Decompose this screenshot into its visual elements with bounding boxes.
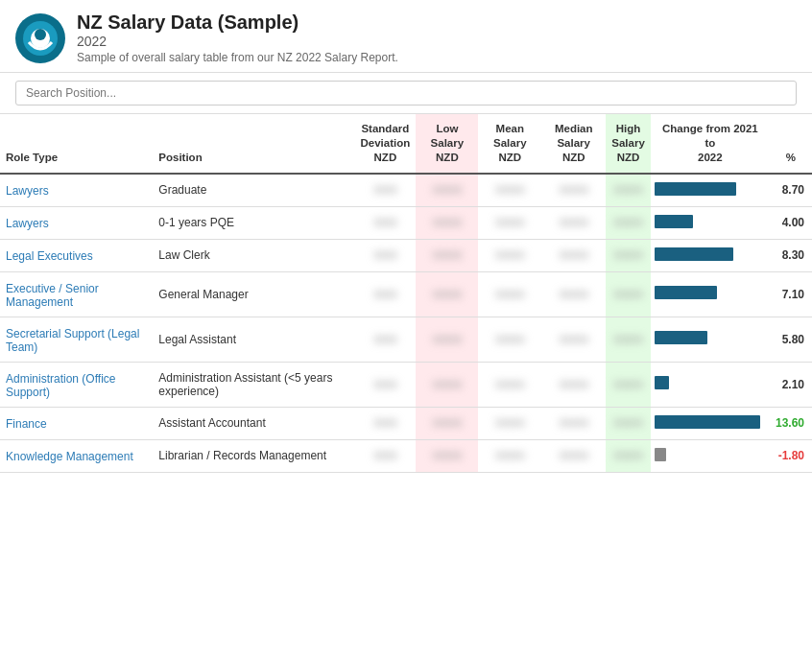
- cell-position: Graduate: [153, 174, 354, 207]
- cell-high-salary: 99999: [606, 174, 651, 207]
- search-bar-container: [0, 73, 812, 114]
- cell-pct: 2.10: [770, 362, 812, 407]
- cell-std-dev: 9999: [355, 206, 417, 239]
- page-header: NZ Salary Data (Sample) 2022 Sample of o…: [0, 0, 812, 73]
- change-bar-visual: [655, 286, 717, 299]
- cell-median-salary: 99999: [541, 362, 606, 407]
- cell-low-salary: 99999: [416, 317, 478, 362]
- table-row: Legal ExecutivesLaw Clerk999999999999999…: [0, 239, 812, 271]
- cell-std-dev: 9999: [355, 362, 417, 407]
- cell-mean-salary: 99999: [478, 317, 541, 362]
- col-header-pct: %: [770, 114, 812, 174]
- cell-low-salary: 99999: [416, 362, 478, 407]
- table-row: Secretarial Support (Legal Team)Legal As…: [0, 317, 812, 362]
- change-bar-visual: [655, 448, 666, 461]
- cell-mean-salary: 99999: [478, 362, 541, 407]
- cell-position: General Manager: [153, 271, 354, 317]
- cell-change-bar: [651, 407, 770, 439]
- cell-change-bar: [651, 362, 770, 407]
- cell-pct: 8.30: [770, 239, 812, 271]
- col-header-change: Change from 2021 to2022: [651, 114, 770, 174]
- cell-position: 0-1 years PQE: [153, 206, 354, 239]
- cell-pct: 13.60: [770, 407, 812, 439]
- search-input[interactable]: [15, 81, 797, 106]
- company-logo: [15, 13, 65, 63]
- cell-mean-salary: 99999: [478, 407, 541, 439]
- cell-mean-salary: 99999: [478, 206, 541, 239]
- cell-mean-salary: 99999: [478, 439, 541, 472]
- cell-pct: 5.80: [770, 317, 812, 362]
- cell-high-salary: 99999: [606, 407, 651, 439]
- change-bar-visual: [655, 247, 733, 261]
- cell-std-dev: 9999: [355, 439, 417, 472]
- cell-high-salary: 99999: [606, 239, 651, 271]
- cell-high-salary: 99999: [606, 362, 651, 407]
- cell-position: Law Clerk: [153, 239, 354, 271]
- cell-role-type: Administration (Office Support): [0, 362, 153, 407]
- cell-role-type: Knowledge Management: [0, 439, 153, 472]
- header-text: NZ Salary Data (Sample) 2022 Sample of o…: [77, 12, 398, 64]
- cell-median-salary: 99999: [541, 439, 606, 472]
- cell-low-salary: 99999: [416, 439, 478, 472]
- cell-pct: 7.10: [770, 271, 812, 317]
- col-header-mean-salary: MeanSalary NZD: [478, 114, 541, 174]
- cell-mean-salary: 99999: [478, 239, 541, 271]
- col-header-low-salary: Low SalaryNZD: [416, 114, 478, 174]
- cell-high-salary: 99999: [606, 317, 651, 362]
- cell-mean-salary: 99999: [478, 174, 541, 207]
- cell-position: Administration Assistant (<5 years exper…: [153, 362, 354, 407]
- cell-median-salary: 99999: [541, 271, 606, 317]
- table-row: Lawyers0-1 years PQE99999999999999999999…: [0, 206, 812, 239]
- change-bar-visual: [655, 182, 736, 196]
- table-row: FinanceAssistant Accountant9999999999999…: [0, 407, 812, 439]
- cell-std-dev: 9999: [355, 407, 417, 439]
- cell-position: Librarian / Records Management: [153, 439, 354, 472]
- col-header-role-type: Role Type: [0, 114, 153, 174]
- report-year: 2022: [77, 34, 398, 49]
- cell-high-salary: 99999: [606, 439, 651, 472]
- cell-median-salary: 99999: [541, 206, 606, 239]
- change-bar-visual: [655, 415, 760, 429]
- cell-low-salary: 99999: [416, 206, 478, 239]
- change-bar-visual: [655, 376, 669, 389]
- cell-high-salary: 99999: [606, 206, 651, 239]
- page-title: NZ Salary Data (Sample): [77, 12, 398, 34]
- cell-pct: 8.70: [770, 174, 812, 207]
- cell-mean-salary: 99999: [478, 271, 541, 317]
- cell-role-type: Secretarial Support (Legal Team): [0, 317, 153, 362]
- cell-change-bar: [651, 206, 770, 239]
- col-header-median-salary: MedianSalary NZD: [541, 114, 606, 174]
- cell-change-bar: [651, 271, 770, 317]
- cell-low-salary: 99999: [416, 407, 478, 439]
- change-bar-visual: [655, 215, 693, 228]
- cell-median-salary: 99999: [541, 174, 606, 207]
- cell-position: Assistant Accountant: [153, 407, 354, 439]
- cell-role-type: Executive / Senior Management: [0, 271, 153, 317]
- cell-change-bar: [651, 317, 770, 362]
- col-header-std-dev: StandardDeviationNZD: [355, 114, 417, 174]
- page-description: Sample of overall salary table from our …: [77, 51, 398, 64]
- change-bar-visual: [655, 331, 707, 344]
- cell-high-salary: 99999: [606, 271, 651, 317]
- cell-role-type: Lawyers: [0, 206, 153, 239]
- table-row: Knowledge ManagementLibrarian / Records …: [0, 439, 812, 472]
- cell-pct: 4.00: [770, 206, 812, 239]
- col-header-position: Position: [153, 114, 354, 174]
- salary-table: Role Type Position StandardDeviationNZD …: [0, 114, 812, 473]
- cell-low-salary: 99999: [416, 174, 478, 207]
- cell-median-salary: 99999: [541, 407, 606, 439]
- cell-change-bar: [651, 439, 770, 472]
- cell-change-bar: [651, 174, 770, 207]
- cell-pct: -1.80: [770, 439, 812, 472]
- cell-change-bar: [651, 239, 770, 271]
- cell-std-dev: 9999: [355, 174, 417, 207]
- table-row: Administration (Office Support)Administr…: [0, 362, 812, 407]
- cell-std-dev: 9999: [355, 317, 417, 362]
- cell-std-dev: 9999: [355, 271, 417, 317]
- cell-low-salary: 99999: [416, 271, 478, 317]
- table-row: LawyersGraduate9999999999999999999999998…: [0, 174, 812, 207]
- cell-role-type: Legal Executives: [0, 239, 153, 271]
- cell-low-salary: 99999: [416, 239, 478, 271]
- cell-median-salary: 99999: [541, 317, 606, 362]
- svg-point-3: [35, 29, 46, 40]
